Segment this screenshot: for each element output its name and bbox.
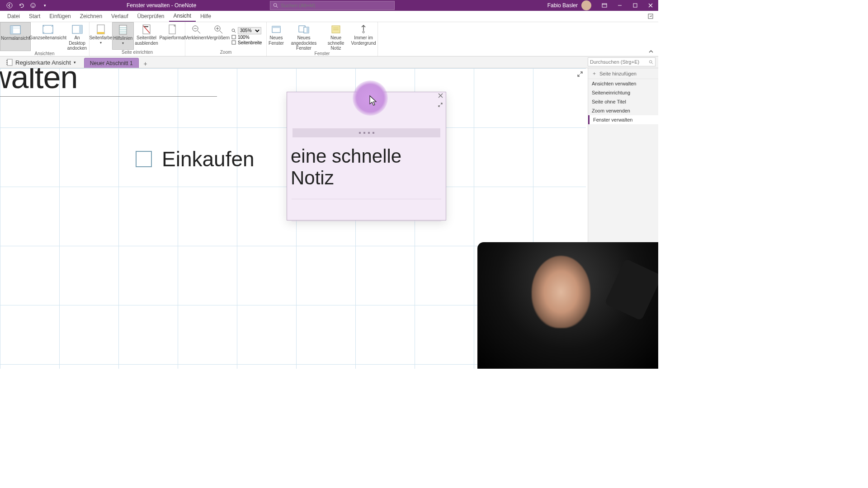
hilfslinien-button[interactable]: Hilfslinien ▾ [112, 22, 134, 50]
todo-checkbox[interactable] [136, 151, 152, 167]
avatar[interactable] [581, 0, 591, 10]
page-list-item[interactable]: Seiteneinrichtung [588, 88, 658, 97]
menu-zeichnen[interactable]: Zeichnen [75, 11, 107, 22]
close-icon[interactable] [643, 0, 658, 11]
svg-point-54 [649, 60, 652, 63]
user-name[interactable]: Fabio Basler [547, 2, 578, 9]
zoom-select[interactable]: 305% [238, 27, 261, 34]
page-search-input[interactable] [590, 59, 649, 65]
an-desktop-andocken-button[interactable]: An Desktop andocken [65, 22, 89, 51]
zoom-100-button[interactable]: 100% [231, 35, 262, 40]
menubar: Datei Start Einfügen Zeichnen Verlauf Üb… [0, 11, 658, 22]
seitenfarbe-button[interactable]: Seitenfarbe ▾ [90, 22, 112, 50]
svg-point-1 [31, 3, 35, 8]
page-list-item[interactable]: Zoom verwenden [588, 106, 658, 115]
verkleinern-button[interactable]: Verkleinern [185, 22, 207, 50]
ganzseitenansicht-button[interactable]: Ganzseitenansicht [31, 22, 65, 51]
undo-icon[interactable] [16, 0, 26, 10]
svg-point-2 [32, 5, 33, 5]
neue-schnelle-notiz-button[interactable]: Neue schnelle Notiz [322, 22, 350, 51]
page-title[interactable]: r verwalten [0, 68, 217, 95]
new-docked-window-icon [297, 24, 310, 35]
percent-icon [231, 35, 236, 39]
menu-datei[interactable]: Datei [3, 11, 24, 22]
quick-note-expand-icon[interactable] [438, 102, 443, 108]
ribbon: Normalansicht Ganzseitenansicht An Deskt… [0, 22, 658, 56]
quick-note-text[interactable]: eine schnelle Notiz [287, 137, 446, 189]
dock-label: An Desktop andocken [67, 35, 87, 51]
seitentitel-ausblenden-button[interactable]: Seitentitel ausblenden [134, 22, 159, 50]
zoom-out-icon [190, 24, 203, 35]
svg-line-36 [220, 31, 222, 33]
minimize-icon[interactable] [612, 0, 627, 11]
svg-rect-51 [6, 60, 8, 61]
todo-item[interactable]: Einkaufen [136, 147, 255, 171]
menu-ansicht[interactable]: Ansicht [169, 11, 196, 22]
section-tab[interactable]: Neuer Abschnitt 1 [84, 58, 139, 68]
search-icon [273, 3, 278, 8]
normalansicht-label: Normalansicht [1, 36, 30, 41]
svg-rect-45 [307, 27, 309, 33]
share-icon[interactable] [647, 13, 654, 19]
seitenbreite-button[interactable]: Seitenbreite [231, 40, 262, 45]
page-width-icon [231, 40, 236, 45]
svg-rect-42 [272, 26, 280, 28]
qat-more-icon[interactable]: ▾ [40, 0, 50, 10]
neues-fenster-button[interactable]: Neues Fenster [267, 22, 286, 51]
titlebar: ▾ Fenster verwalten - OneNote Fabio Basl… [0, 0, 658, 11]
svg-line-55 [651, 62, 653, 64]
quick-note-header[interactable]: ⋯ [287, 92, 446, 100]
collapse-ribbon-icon[interactable] [648, 49, 654, 54]
todo-text[interactable]: Einkaufen [162, 147, 255, 171]
expand-canvas-icon[interactable] [577, 71, 583, 77]
neues-angedocktes-fenster-button[interactable]: Neues angedocktes Fenster [286, 22, 322, 51]
quick-note-drag-dots[interactable]: ⋯ [364, 94, 369, 99]
ribbon-group-ansichten: Normalansicht Ganzseitenansicht An Deskt… [0, 22, 90, 56]
notebook-selector[interactable]: Registerkarte Ansicht ▾ [3, 57, 80, 68]
maximize-icon[interactable] [627, 0, 643, 11]
group-label-seite: Seite einrichten [90, 50, 185, 56]
vergroessern-label: Vergrößern [207, 35, 230, 41]
add-page-label: Seite hinzufügen [599, 71, 637, 76]
touch-mode-icon[interactable] [28, 0, 38, 10]
quick-access-toolbar: ▾ [0, 0, 50, 10]
notebook-name: Registerkarte Ansicht [15, 59, 71, 66]
quick-note-close-icon[interactable] [438, 93, 443, 98]
back-icon[interactable] [5, 0, 14, 10]
page-list-item[interactable]: Ansichten verwalten [588, 79, 658, 88]
chevron-down-icon: ▾ [122, 41, 124, 45]
svg-rect-53 [6, 64, 8, 65]
page-search[interactable] [588, 57, 656, 66]
chevron-down-icon: ▾ [74, 60, 76, 65]
search-input[interactable] [281, 3, 392, 8]
svg-rect-18 [79, 25, 82, 33]
menu-einfuegen[interactable]: Einfügen [45, 11, 75, 22]
menu-hilfe[interactable]: Hilfe [196, 11, 216, 22]
menu-start[interactable]: Start [24, 11, 45, 22]
immer-im-vordergrund-button[interactable]: Immer im Vordergrund [350, 22, 377, 51]
page-list-item[interactable]: Seite ohne Titel [588, 97, 658, 106]
section-tab-label: Neuer Abschnitt 1 [90, 60, 133, 66]
page-list-item[interactable]: Fenster verwalten [588, 115, 658, 124]
titlebar-right: Fabio Basler [547, 0, 658, 11]
ribbon-display-icon[interactable] [597, 0, 612, 11]
ganzseitenansicht-label: Ganzseitenansicht [29, 35, 66, 41]
hilfslinien-label: Hilfslinien [113, 36, 133, 41]
svg-point-3 [33, 5, 34, 5]
normalansicht-button[interactable]: Normalansicht [0, 22, 31, 51]
papierformat-button[interactable]: Papierformat [159, 22, 185, 50]
add-section-button[interactable]: + [142, 60, 150, 68]
quick-note-drag-handle[interactable] [292, 128, 440, 137]
menu-verlauf[interactable]: Verlauf [107, 11, 132, 22]
vergroessern-button[interactable]: Vergrößern [207, 22, 230, 50]
svg-rect-6 [602, 4, 607, 7]
svg-rect-50 [7, 59, 12, 66]
add-page-button[interactable]: ＋ Seite hinzufügen [588, 68, 658, 79]
quick-note-line [292, 221, 441, 221]
svg-rect-14 [10, 26, 13, 34]
search-box[interactable] [270, 1, 395, 10]
quick-note-line [292, 199, 441, 199]
normal-view-icon [9, 24, 22, 35]
quick-note-window[interactable]: ⋯ eine schnelle Notiz [287, 92, 446, 221]
menu-ueberpruefen[interactable]: Überprüfen [132, 11, 169, 22]
